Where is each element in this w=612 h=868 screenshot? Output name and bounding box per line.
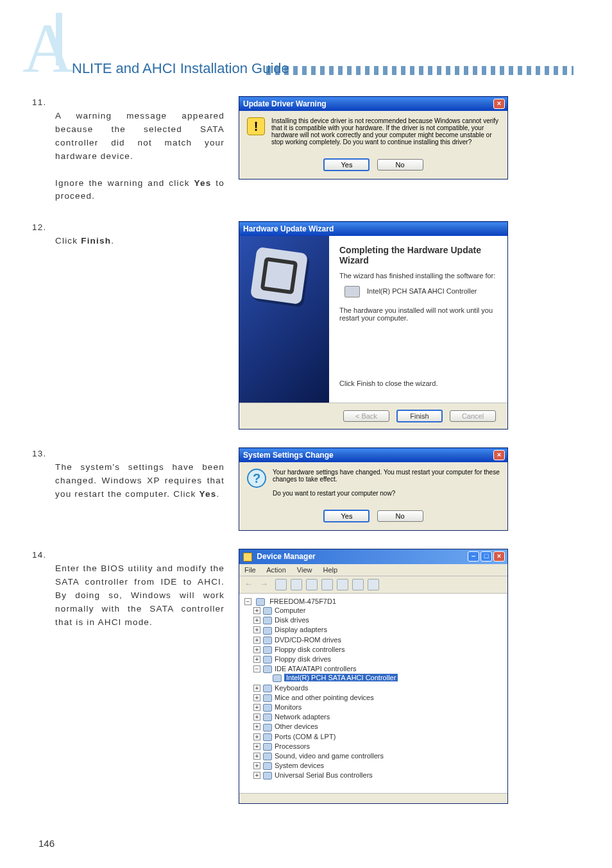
expand-icon[interactable]: + bbox=[253, 753, 260, 760]
appendix-letter: A bbox=[22, 13, 71, 83]
expand-icon[interactable]: + bbox=[253, 646, 260, 653]
tree-root-label: FREEDOM-475F7D1 bbox=[269, 597, 336, 605]
device-category-icon bbox=[263, 704, 272, 712]
expand-icon[interactable]: + bbox=[253, 694, 260, 701]
device-category-icon bbox=[263, 753, 272, 760]
expand-icon[interactable]: + bbox=[253, 714, 260, 721]
toolbar-button[interactable] bbox=[306, 579, 318, 590]
wizard-sidebar bbox=[239, 236, 329, 403]
close-icon[interactable]: × bbox=[493, 450, 505, 460]
tree-root[interactable]: − FREEDOM-475F7D1 bbox=[244, 597, 502, 606]
tree-node[interactable]: +Keyboards bbox=[253, 683, 502, 693]
dialog-titlebar: Update Driver Warning × bbox=[239, 97, 507, 111]
no-button[interactable]: No bbox=[377, 510, 423, 522]
tree-node[interactable]: +Ports (COM & LPT) bbox=[253, 732, 502, 742]
tree-node[interactable]: +Mice and other pointing devices bbox=[253, 693, 502, 703]
menu-file[interactable]: File bbox=[244, 566, 256, 574]
close-icon[interactable]: × bbox=[493, 551, 505, 562]
tree-node-label: Network adapters bbox=[275, 713, 330, 721]
toolbar-button[interactable] bbox=[368, 579, 379, 590]
question-icon: ? bbox=[247, 469, 266, 488]
hardware-icon bbox=[250, 247, 308, 305]
no-button[interactable]: No bbox=[377, 159, 423, 171]
dialog-body: Installing this device driver is not rec… bbox=[239, 111, 507, 154]
expand-icon[interactable]: + bbox=[253, 704, 260, 711]
step-14-num: 14. bbox=[32, 549, 55, 562]
tree-node[interactable]: +Sound, video and game controllers bbox=[253, 751, 502, 761]
expand-icon[interactable]: + bbox=[253, 607, 260, 614]
toolbar-button[interactable] bbox=[321, 579, 333, 590]
step-12-figure: Hardware Update Wizard Completing the Ha… bbox=[239, 221, 574, 430]
expand-icon[interactable]: + bbox=[253, 685, 260, 692]
expand-icon[interactable]: + bbox=[253, 733, 260, 740]
device-category-icon bbox=[263, 665, 272, 673]
menu-view[interactable]: View bbox=[297, 566, 312, 574]
collapse-icon[interactable]: − bbox=[253, 665, 260, 672]
step-12-num: 12. bbox=[32, 221, 55, 235]
step-14-figure: Device Manager – □ × File Action View He… bbox=[239, 549, 574, 804]
expand-icon[interactable]: + bbox=[253, 772, 260, 779]
step-13-post: . bbox=[216, 489, 219, 499]
wizard-footer: < Back Finish Cancel bbox=[239, 403, 507, 429]
expand-icon[interactable]: + bbox=[253, 617, 260, 624]
minimize-icon[interactable]: – bbox=[468, 551, 479, 562]
appendix-letter-text: A bbox=[22, 9, 71, 87]
step-11-text: 11. A warning message appeared because t… bbox=[32, 96, 225, 203]
tree-node-label: Other devices bbox=[275, 722, 318, 730]
yes-button[interactable]: Yes bbox=[323, 158, 370, 171]
back-icon[interactable]: ← bbox=[244, 579, 256, 590]
toolbar: ← → bbox=[239, 576, 507, 594]
tree-children: +Computer+Disk drives+Display adapters+D… bbox=[253, 606, 502, 780]
tree-node[interactable]: +DVD/CD-ROM drives bbox=[253, 635, 502, 645]
window-titlebar: Device Manager – □ × bbox=[239, 549, 507, 564]
expand-icon[interactable]: + bbox=[253, 626, 260, 633]
expand-icon[interactable]: + bbox=[253, 762, 260, 769]
tree-node[interactable]: +Processors bbox=[253, 742, 502, 751]
tree-node[interactable]: +Computer bbox=[253, 606, 502, 615]
tree-node[interactable]: Intel(R) PCH SATA AHCI Controller bbox=[262, 673, 502, 683]
device-category-icon bbox=[263, 627, 272, 635]
device-category-icon bbox=[263, 685, 272, 692]
menu-help[interactable]: Help bbox=[323, 566, 338, 574]
tree-node[interactable]: +Other devices bbox=[253, 722, 502, 731]
tree-node[interactable]: +Display adapters bbox=[253, 625, 502, 635]
tree-node-label: Universal Serial Bus controllers bbox=[275, 771, 373, 779]
maximize-icon[interactable]: □ bbox=[480, 551, 492, 562]
wizard-line1: The wizard has finished installing the s… bbox=[339, 272, 497, 280]
device-category-icon bbox=[263, 714, 272, 721]
step-12-post: . bbox=[111, 236, 114, 246]
tree-node[interactable]: +Network adapters bbox=[253, 712, 502, 722]
yes-button[interactable]: Yes bbox=[323, 510, 370, 522]
back-button: < Back bbox=[343, 410, 389, 422]
toolbar-button[interactable] bbox=[337, 579, 348, 590]
tree-node[interactable]: +System devices bbox=[253, 761, 502, 771]
wizard-heading: Completing the Hardware Update Wizard bbox=[339, 245, 497, 265]
expand-icon[interactable]: + bbox=[253, 656, 260, 663]
tree-node[interactable]: +Floppy disk drives bbox=[253, 655, 502, 664]
expand-icon[interactable]: + bbox=[253, 637, 260, 644]
tree-node[interactable]: +Floppy disk controllers bbox=[253, 645, 502, 655]
tree-node-label: DVD/CD-ROM drives bbox=[275, 636, 341, 644]
close-icon[interactable]: × bbox=[493, 99, 505, 109]
tree-node[interactable]: +Monitors bbox=[253, 703, 502, 712]
toolbar-button[interactable] bbox=[291, 579, 302, 590]
finish-button[interactable]: Finish bbox=[396, 410, 443, 422]
step-12-bold: Finish bbox=[81, 236, 111, 246]
step-14-text: 14. Enter the BIOS utility and modify th… bbox=[32, 549, 225, 630]
warning-icon bbox=[247, 117, 265, 135]
tree-node-label: IDE ATA/ATAPI controllers bbox=[275, 665, 357, 672]
menu-action[interactable]: Action bbox=[266, 566, 286, 574]
expand-icon[interactable]: + bbox=[253, 723, 260, 730]
tree-node-label: Ports (COM & LPT) bbox=[275, 733, 336, 740]
tree-node[interactable]: +Disk drives bbox=[253, 615, 502, 625]
forward-icon[interactable]: → bbox=[260, 579, 271, 590]
collapse-icon[interactable]: − bbox=[244, 598, 251, 605]
device-category-icon bbox=[263, 694, 272, 702]
toolbar-button[interactable] bbox=[352, 579, 364, 590]
step-12-pre: Click bbox=[55, 236, 81, 246]
tree-node[interactable]: −IDE ATA/ATAPI controllersIntel(R) PCH S… bbox=[253, 664, 502, 683]
expand-icon[interactable]: + bbox=[253, 743, 260, 750]
tree-node[interactable]: +Universal Serial Bus controllers bbox=[253, 771, 502, 780]
toolbar-button[interactable] bbox=[275, 579, 287, 590]
device-icon bbox=[344, 286, 360, 297]
